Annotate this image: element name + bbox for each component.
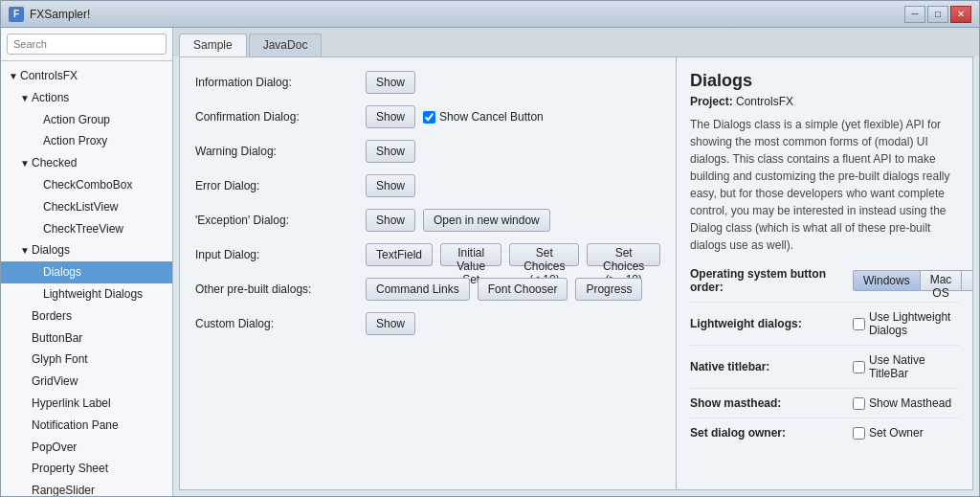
prop-checkbox-set-dialog-owner[interactable] — [853, 427, 865, 440]
prop-controls-native-titlebar: Use Native TitleBar — [853, 353, 959, 380]
sidebar-item-label: Property Sheet — [32, 462, 108, 475]
prop-checkbox-label-show-masthead[interactable]: Show Masthead — [853, 396, 951, 410]
form-label-confirmation-dialog: Confirmation Dialog: — [195, 110, 358, 124]
minimize-button[interactable]: ─ — [904, 6, 925, 23]
sidebar-item-label: RangeSlider — [32, 484, 95, 496]
title-bar: F FXSampler! ─ □ ✕ — [1, 1, 979, 28]
sidebar-item-label: Lightweight Dialogs — [43, 287, 143, 301]
btn-error-dialog-show[interactable]: Show — [366, 174, 415, 197]
prop-controls-set-dialog-owner: Set Owner — [853, 426, 924, 440]
sidebar-item-borders[interactable]: Borders — [1, 305, 172, 328]
sidebar-item-rangeslider[interactable]: RangeSlider — [1, 480, 172, 496]
prop-checkbox-text-set-dialog-owner: Set Owner — [869, 426, 924, 440]
btn-input-dialog-set-choices-(>=-10)[interactable]: Set Choices (>= 10) — [587, 243, 660, 266]
show-cancel-checkbox-label[interactable]: Show Cancel Button — [423, 110, 544, 124]
form-row-confirmation-dialog: Confirmation Dialog:ShowShow Cancel Butt… — [195, 105, 660, 128]
sidebar-item-label: Action Proxy — [43, 134, 107, 147]
btn-information-dialog-show[interactable]: Show — [366, 71, 415, 94]
prop-label-os-button-order: Operating system button order: — [690, 267, 853, 294]
form-label-exception-dialog: 'Exception' Dialog: — [195, 214, 358, 227]
prop-label-lightweight-dialogs: Lightweight dialogs: — [690, 317, 853, 330]
form-label-error-dialog: Error Dialog: — [195, 179, 358, 192]
sidebar-item-action-proxy[interactable]: Action Proxy — [1, 130, 172, 152]
prop-row-native-titlebar: Native titlebar: Use Native TitleBar — [690, 353, 959, 389]
prop-checkbox-lightweight-dialogs[interactable] — [853, 318, 865, 330]
sidebar-item-popover[interactable]: PopOver — [1, 437, 172, 459]
sidebar-item-label: CheckComboBox — [43, 178, 132, 192]
form-row-other-prebuilt: Other pre-built dialogs:Command LinksFon… — [195, 278, 660, 301]
btn-other-prebuilt-progress[interactable]: Progress — [575, 278, 642, 301]
sidebar-item-checked[interactable]: ▼Checked — [1, 152, 172, 174]
info-title: Dialogs — [690, 71, 959, 91]
tabs-bar: SampleJavaDoc — [173, 28, 979, 56]
os-btn-group: WindowsMac OSLinux — [853, 270, 972, 291]
prop-checkbox-native-titlebar[interactable] — [853, 361, 865, 373]
form-row-exception-dialog: 'Exception' Dialog:ShowOpen in new windo… — [195, 209, 660, 232]
prop-label-set-dialog-owner: Set dialog owner: — [690, 426, 853, 440]
tab-javadoc[interactable]: JavaDoc — [249, 34, 323, 56]
sidebar-item-gridview[interactable]: GridView — [1, 371, 172, 393]
btn-input-dialog-textfield[interactable]: TextField — [366, 243, 433, 266]
os-btn-mac-os[interactable]: Mac OS — [920, 270, 963, 291]
sidebar-item-actions[interactable]: ▼Actions — [1, 87, 172, 109]
btn-custom-dialog-show[interactable]: Show — [366, 312, 415, 335]
os-btn-windows[interactable]: Windows — [853, 270, 920, 291]
prop-row-os-button-order: Operating system button order: WindowsMa… — [690, 267, 959, 303]
sidebar-item-label: Checked — [32, 156, 77, 169]
prop-checkbox-show-masthead[interactable] — [853, 397, 865, 410]
prop-checkbox-label-native-titlebar[interactable]: Use Native TitleBar — [853, 353, 959, 380]
form-label-other-prebuilt: Other pre-built dialogs: — [195, 282, 358, 296]
form-label-custom-dialog: Custom Dialog: — [195, 317, 358, 330]
sidebar-item-notification-pane[interactable]: Notification Pane — [1, 415, 172, 437]
close-button[interactable]: ✕ — [950, 6, 971, 23]
tree-arrow: ▼ — [20, 157, 32, 170]
sidebar-item-checklistview[interactable]: CheckListView — [1, 196, 172, 218]
btn-exception-dialog-show[interactable]: Show — [366, 209, 415, 232]
sidebar-item-checktreeview[interactable]: CheckTreeView — [1, 218, 172, 240]
sidebar-item-label: PopOver — [32, 441, 77, 454]
tab-sample[interactable]: Sample — [179, 34, 247, 56]
prop-row-show-masthead: Show masthead: Show Masthead — [690, 396, 959, 418]
sidebar-item-action-group[interactable]: Action Group — [1, 109, 172, 131]
tree-arrow: ▼ — [20, 92, 32, 105]
sidebar-item-buttonbar[interactable]: ButtonBar — [1, 328, 172, 350]
maximize-button[interactable]: □ — [927, 6, 948, 23]
os-btn-linux[interactable]: Linux — [962, 270, 972, 291]
sidebar-item-glyph-font[interactable]: Glyph Font — [1, 349, 172, 371]
btn-input-dialog-set-choices-(<-10)[interactable]: Set Choices (< 10) — [509, 243, 579, 266]
prop-checkbox-label-set-dialog-owner[interactable]: Set Owner — [853, 426, 924, 440]
app-icon: F — [9, 7, 24, 22]
sidebar-item-label: Hyperlink Label — [32, 396, 111, 410]
sidebar-item-label: ButtonBar — [32, 331, 82, 345]
sidebar-item-hyperlink-label[interactable]: Hyperlink Label — [1, 393, 172, 415]
sidebar-item-label: Notification Pane — [32, 418, 119, 432]
prop-row-set-dialog-owner: Set dialog owner: Set Owner — [690, 426, 959, 447]
form-row-warning-dialog: Warning Dialog:Show — [195, 140, 660, 163]
sidebar-item-dialogs[interactable]: ▼Dialogs — [1, 239, 172, 261]
search-input[interactable] — [7, 34, 167, 55]
show-cancel-checkbox[interactable] — [423, 111, 435, 124]
sidebar-item-property-sheet[interactable]: Property Sheet — [1, 458, 172, 480]
prop-checkbox-text-lightweight-dialogs: Use Lightweight Dialogs — [869, 310, 959, 337]
btn-warning-dialog-show[interactable]: Show — [366, 140, 415, 163]
prop-checkbox-label-lightweight-dialogs[interactable]: Use Lightweight Dialogs — [853, 310, 959, 337]
main-content: ▼ControlsFX▼Actions Action Group Action … — [1, 28, 979, 496]
btn-confirmation-dialog-show[interactable]: Show — [366, 105, 415, 128]
search-box — [1, 28, 172, 61]
sidebar-item-checkcombobox[interactable]: CheckComboBox — [1, 174, 172, 196]
info-project-label: Project: — [690, 95, 733, 108]
prop-label-show-masthead: Show masthead: — [690, 396, 853, 410]
window-title: FXSampler! — [30, 8, 90, 21]
info-description: The Dialogs class is a simple (yet flexi… — [690, 116, 959, 254]
btn-input-dialog-initial-value-set[interactable]: Initial Value Set — [440, 243, 501, 266]
sidebar-item-dialogs-item[interactable]: Dialogs — [1, 261, 172, 283]
content-area: SampleJavaDoc Information Dialog:ShowCon… — [173, 28, 979, 496]
sidebar-item-controlsfx[interactable]: ▼ControlsFX — [1, 65, 172, 87]
btn-other-prebuilt-command-links[interactable]: Command Links — [366, 278, 470, 301]
sidebar-item-label: CheckListView — [43, 200, 118, 214]
btn-exception-dialog-open-in-new-window[interactable]: Open in new window — [423, 209, 550, 232]
sidebar-item-label: CheckTreeView — [43, 222, 123, 236]
prop-checkbox-text-native-titlebar: Use Native TitleBar — [869, 353, 959, 380]
sidebar-item-lightweight-dialogs[interactable]: Lightweight Dialogs — [1, 283, 172, 305]
btn-other-prebuilt-font-chooser[interactable]: Font Chooser — [478, 278, 568, 301]
